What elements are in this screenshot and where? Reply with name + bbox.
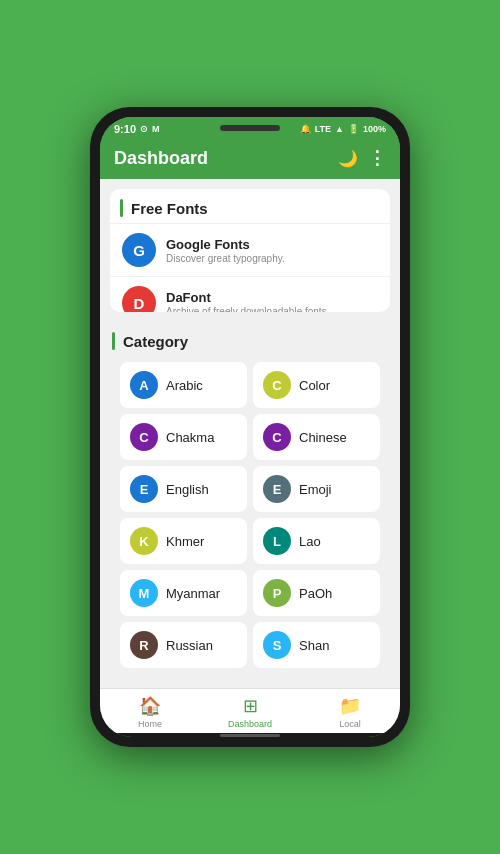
color-label: Color	[299, 378, 330, 393]
top-app-bar: Dashboard 🌙 ⋮	[100, 139, 400, 179]
khmer-label: Khmer	[166, 534, 204, 549]
free-fonts-section: Free Fonts G Google Fonts Discover great…	[110, 189, 390, 312]
arabic-label: Arabic	[166, 378, 203, 393]
shan-avatar: S	[263, 631, 291, 659]
dafont-avatar: D	[122, 286, 156, 312]
category-russian[interactable]: R Russian	[120, 622, 247, 668]
category-paoh[interactable]: P PaOh	[253, 570, 380, 616]
category-arabic[interactable]: A Arabic	[120, 362, 247, 408]
free-fonts-header: Free Fonts	[110, 189, 390, 223]
dashboard-label: Dashboard	[228, 719, 272, 729]
category-section: Category A Arabic C Color C Chakma	[110, 322, 390, 678]
google-fonts-item[interactable]: G Google Fonts Discover great typography…	[110, 223, 390, 276]
volume-icon: 🔔	[300, 124, 311, 134]
category-english[interactable]: E English	[120, 466, 247, 512]
status-bar: 9:10 ⊙ M 🔔 LTE ▲ 🔋 100%	[100, 117, 400, 139]
home-bar	[220, 734, 280, 737]
english-avatar: E	[130, 475, 158, 503]
category-lao[interactable]: L Lao	[253, 518, 380, 564]
nav-local[interactable]: 📁 Local	[300, 695, 400, 729]
dafont-desc: Archive of freely downloadable fonts.	[166, 306, 329, 313]
headset-icon: M	[152, 124, 160, 134]
category-chakma[interactable]: C Chakma	[120, 414, 247, 460]
google-fonts-desc: Discover great typography.	[166, 253, 285, 264]
page-title: Dashboard	[114, 148, 208, 169]
home-icon: 🏠	[139, 695, 161, 717]
more-options-icon[interactable]: ⋮	[368, 147, 386, 169]
chinese-label: Chinese	[299, 430, 347, 445]
lao-label: Lao	[299, 534, 321, 549]
nav-home[interactable]: 🏠 Home	[100, 695, 200, 729]
dafont-info: DaFont Archive of freely downloadable fo…	[166, 290, 329, 313]
moon-icon[interactable]: 🌙	[338, 149, 358, 168]
google-fonts-name: Google Fonts	[166, 237, 285, 252]
battery-icon: 🔋	[348, 124, 359, 134]
main-content: Free Fonts G Google Fonts Discover great…	[100, 179, 400, 688]
free-fonts-title: Free Fonts	[131, 200, 208, 217]
dashboard-icon: ⊞	[243, 695, 258, 717]
lte-label: LTE	[315, 124, 331, 134]
section-bar-indicator	[120, 199, 123, 217]
chakma-label: Chakma	[166, 430, 214, 445]
status-left: 9:10 ⊙ M	[114, 123, 160, 135]
top-bar-actions: 🌙 ⋮	[338, 147, 386, 169]
khmer-avatar: K	[130, 527, 158, 555]
category-bar-indicator	[112, 332, 115, 350]
russian-label: Russian	[166, 638, 213, 653]
local-icon: 📁	[339, 695, 361, 717]
category-khmer[interactable]: K Khmer	[120, 518, 247, 564]
home-label: Home	[138, 719, 162, 729]
dafont-name: DaFont	[166, 290, 329, 305]
dafont-item[interactable]: D DaFont Archive of freely downloadable …	[110, 276, 390, 312]
color-avatar: C	[263, 371, 291, 399]
signal-icon: ▲	[335, 124, 344, 134]
phone-screen: 9:10 ⊙ M 🔔 LTE ▲ 🔋 100% Dashboard 🌙 ⋮	[100, 117, 400, 737]
google-fonts-info: Google Fonts Discover great typography.	[166, 237, 285, 264]
home-indicator	[100, 733, 400, 737]
category-chinese[interactable]: C Chinese	[253, 414, 380, 460]
emoji-avatar: E	[263, 475, 291, 503]
battery-level: 100%	[363, 124, 386, 134]
bottom-nav: 🏠 Home ⊞ Dashboard 📁 Local	[100, 688, 400, 733]
status-time: 9:10	[114, 123, 136, 135]
category-emoji[interactable]: E Emoji	[253, 466, 380, 512]
category-shan[interactable]: S Shan	[253, 622, 380, 668]
local-label: Local	[339, 719, 361, 729]
status-right: 🔔 LTE ▲ 🔋 100%	[300, 124, 386, 134]
category-title: Category	[123, 333, 188, 350]
chinese-avatar: C	[263, 423, 291, 451]
google-fonts-avatar: G	[122, 233, 156, 267]
paoh-avatar: P	[263, 579, 291, 607]
phone-shell: 9:10 ⊙ M 🔔 LTE ▲ 🔋 100% Dashboard 🌙 ⋮	[90, 107, 410, 747]
location-icon: ⊙	[140, 124, 148, 134]
category-color[interactable]: C Color	[253, 362, 380, 408]
category-grid: A Arabic C Color C Chakma C Chinese	[110, 356, 390, 678]
emoji-label: Emoji	[299, 482, 332, 497]
myanmar-label: Myanmar	[166, 586, 220, 601]
arabic-avatar: A	[130, 371, 158, 399]
paoh-label: PaOh	[299, 586, 332, 601]
chakma-avatar: C	[130, 423, 158, 451]
lao-avatar: L	[263, 527, 291, 555]
shan-label: Shan	[299, 638, 329, 653]
russian-avatar: R	[130, 631, 158, 659]
english-label: English	[166, 482, 209, 497]
category-header: Category	[110, 322, 390, 356]
category-myanmar[interactable]: M Myanmar	[120, 570, 247, 616]
nav-dashboard[interactable]: ⊞ Dashboard	[200, 695, 300, 729]
myanmar-avatar: M	[130, 579, 158, 607]
